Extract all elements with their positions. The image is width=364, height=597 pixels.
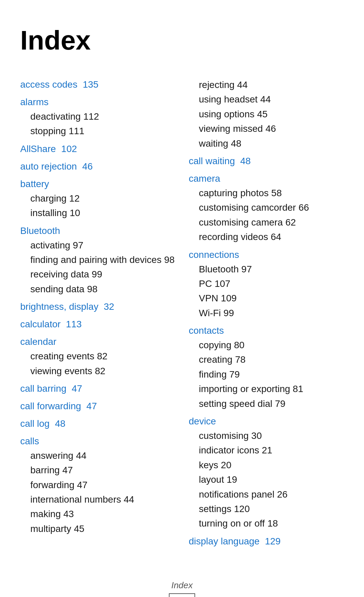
entry-page: 113 [63,319,82,329]
index-entry: call waiting 48 [189,154,344,168]
left-column: access codes 135alarmsdeactivating 112st… [20,78,175,539]
entry-heading: call barring 47 [20,383,82,394]
sub-entry: copying 80 [199,338,344,352]
sub-entry: finding and pairing with devices 98 [30,252,175,267]
entry-heading: connections [189,249,239,260]
sub-entry: recording videos 64 [199,230,344,244]
sub-entry: rejecting 44 [199,78,344,92]
sub-entry: making 43 [30,507,175,521]
sub-entry: barring 47 [30,463,175,477]
sub-entry: layout 19 [199,472,344,487]
index-entry: cameracapturing photos 58customising cam… [189,172,344,244]
index-entry: connectionsBluetooth 97PC 107VPN 109Wi-F… [189,248,344,321]
index-entry: devicecustomising 30indicator icons 21ke… [189,414,344,531]
sub-entry: Bluetooth 97 [199,262,344,276]
sub-entry: finding 79 [199,367,344,382]
entry-heading: camera [189,173,220,184]
entry-heading: call waiting 48 [189,156,251,166]
index-entry: brightness, display 32 [20,300,175,314]
entry-heading: call log 48 [20,418,65,429]
sub-entries: Bluetooth 97PC 107VPN 109Wi-Fi 99 [199,262,344,321]
entry-page: 135 [80,79,99,90]
entry-page: 102 [59,144,77,154]
sub-entry: viewing missed 46 [199,121,344,136]
entry-heading: contacts [189,325,224,336]
sub-entry: using headset 44 [199,92,344,107]
index-entry: Bluetoothactivating 97finding and pairin… [20,224,175,297]
sub-entry: creating events 82 [30,349,175,363]
entry-heading: call forwarding 47 [20,401,97,411]
sub-entry: waiting 48 [199,136,344,151]
entry-page: 46 [80,161,93,172]
sub-entry: stopping 111 [30,124,175,138]
footer: Index 153 [20,579,344,597]
sub-entries: deactivating 112stopping 111 [30,109,175,139]
entry-heading: alarms [20,97,49,107]
entry-heading: calendar [20,336,56,347]
sub-entry: indicator icons 21 [199,443,344,457]
sub-entry: activating 97 [30,238,175,252]
sub-entry: using options 45 [199,107,344,121]
entry-heading: battery [20,179,49,189]
index-entry: call barring 47 [20,382,175,396]
entry-page: 47 [84,401,97,411]
sub-entry: charging 12 [30,191,175,206]
sub-entry: international numbers 44 [30,492,175,507]
index-entry: display language 129 [189,534,344,548]
sub-entry: creating 78 [199,352,344,367]
page-title: Index [20,20,344,61]
entry-page: 48 [238,156,251,166]
entry-page: 129 [262,536,281,546]
index-entry: auto rejection 46 [20,159,175,174]
entry-page: 48 [52,418,65,429]
index-entry: access codes 135 [20,78,175,92]
sub-entry: answering 44 [30,448,175,463]
sub-entry: deactivating 112 [30,109,175,124]
index-entry: call forwarding 47 [20,399,175,413]
index-entry: calculator 113 [20,317,175,331]
footer-page: 153 [169,593,195,597]
sub-entry: forwarding 47 [30,478,175,492]
index-entry: AllShare 102 [20,142,175,156]
sub-entries: creating events 82viewing events 82 [30,349,175,378]
sub-entry: keys 20 [199,458,344,472]
sub-entry: capturing photos 58 [199,186,344,200]
sub-entry: PC 107 [199,276,344,291]
sub-entry: setting speed dial 79 [199,396,344,411]
sub-entries: capturing photos 58customising camcorder… [199,186,344,244]
entry-heading: access codes 135 [20,79,98,90]
sub-entry: customising 30 [199,428,344,443]
continuation-sub-entries: rejecting 44using headset 44using option… [199,78,344,151]
sub-entry: Wi-Fi 99 [199,306,344,320]
sub-entry: receiving data 99 [30,267,175,281]
entry-heading: calculator 113 [20,319,82,329]
entry-heading: display language 129 [189,536,281,546]
entry-heading: device [189,416,216,426]
sub-entries: activating 97finding and pairing with de… [30,238,175,297]
index-entry: callsanswering 44barring 47forwarding 47… [20,434,175,536]
sub-entry: customising camera 62 [199,215,344,230]
footer-label: Index [20,579,344,592]
entry-heading: AllShare 102 [20,144,77,154]
index-entry: calendarcreating events 82viewing events… [20,335,175,378]
entry-heading: Bluetooth [20,226,60,236]
entry-page: 32 [101,301,114,312]
index-entry: contactscopying 80creating 78finding 79i… [189,324,344,411]
right-column: rejecting 44using headset 44using option… [189,78,344,552]
sub-entry: notifications panel 26 [199,487,344,502]
sub-entry: VPN 109 [199,291,344,305]
sub-entry: settings 120 [199,502,344,516]
index-entry: alarmsdeactivating 112stopping 111 [20,95,175,139]
sub-entries: customising 30indicator icons 21keys 20l… [199,428,344,531]
sub-entry: sending data 98 [30,282,175,296]
sub-entry: turning on or off 18 [199,516,344,531]
sub-entry: viewing events 82 [30,364,175,378]
entry-heading: brightness, display 32 [20,301,114,312]
sub-entry: customising camcorder 66 [199,200,344,215]
index-columns: access codes 135alarmsdeactivating 112st… [20,78,344,552]
entry-page: 47 [69,383,82,394]
sub-entry: multiparty 45 [30,521,175,536]
sub-entries: copying 80creating 78finding 79importing… [199,338,344,411]
index-entry: batterycharging 12installing 10 [20,177,175,220]
entry-heading: auto rejection 46 [20,161,93,172]
